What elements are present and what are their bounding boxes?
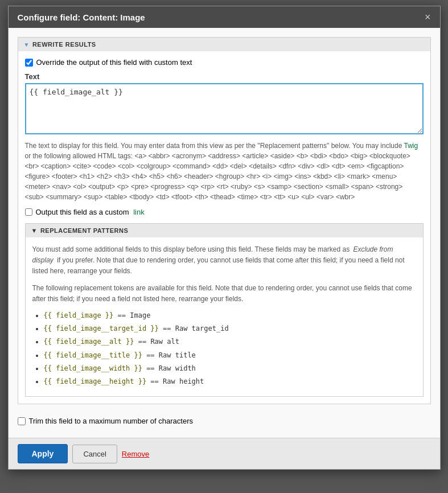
- rewrite-results-header: ▼ REWRITE RESULTS: [18, 38, 430, 51]
- replacement-patterns-header: ▼ REPLACEMENT PATTERNS: [26, 224, 423, 237]
- token-code: {{ field_image }}: [44, 311, 114, 319]
- replacement-info-2: The following replacement tokens are ava…: [32, 283, 416, 305]
- custom-link-label: Output this field as a custom link: [36, 208, 145, 216]
- list-item: {{ field_image__title }} == Raw title: [44, 350, 416, 361]
- token-label: Raw alt: [150, 338, 179, 346]
- text-textarea[interactable]: {{ field_image_alt }}: [25, 83, 424, 134]
- replacement-patterns-title: REPLACEMENT PATTERNS: [40, 227, 128, 234]
- token-code: {{ field_image__alt }}: [44, 338, 134, 346]
- modal-title: Configure field: Content: Image: [18, 13, 145, 22]
- token-label: Raw title: [159, 351, 196, 359]
- custom-link-anchor[interactable]: link: [133, 208, 145, 216]
- list-item: {{ field_image }} == Image: [44, 310, 416, 321]
- override-checkbox-label: Override the output of this field with c…: [36, 58, 192, 67]
- token-code: {{ field_image__target_id }}: [44, 324, 159, 332]
- trim-label: Trim this field to a maximum number of c…: [29, 417, 194, 425]
- token-label: Raw target_id: [175, 324, 229, 332]
- list-item: {{ field_image__alt }} == Raw alt: [44, 336, 416, 347]
- modal-header: Configure field: Content: Image ×: [9, 6, 440, 28]
- override-checkbox-row: Override the output of this field with c…: [25, 58, 424, 67]
- token-label: Raw width: [159, 364, 196, 372]
- token-label: Image: [130, 311, 150, 319]
- rewrite-results-content: Override the output of this field with c…: [18, 51, 430, 404]
- trim-row: Trim this field to a maximum number of c…: [18, 412, 431, 429]
- token-code: {{ field_image__title }}: [44, 351, 142, 359]
- close-button[interactable]: ×: [425, 12, 431, 22]
- triangle-icon: ▼: [24, 42, 30, 48]
- token-code: {{ field_image__width }}: [44, 364, 142, 372]
- rewrite-results-title: REWRITE RESULTS: [32, 41, 96, 48]
- replacement-patterns-content: You must add some additional fields to t…: [26, 237, 423, 396]
- replacement-patterns-section: ▼ REPLACEMENT PATTERNS You must add some…: [25, 223, 424, 397]
- modal-footer: Apply Cancel Remove: [9, 438, 440, 469]
- configure-field-modal: Configure field: Content: Image × ▼ REWR…: [8, 6, 441, 470]
- remove-button[interactable]: Remove: [122, 450, 149, 458]
- text-label: Text: [25, 72, 424, 81]
- help-text-1: The text to display for this field. You …: [25, 142, 402, 150]
- rewrite-results-section: ▼ REWRITE RESULTS Override the output of…: [18, 37, 431, 404]
- list-item: {{ field_image__height }} == Raw height: [44, 376, 416, 387]
- token-label: Raw height: [163, 377, 204, 385]
- twig-link[interactable]: Twig: [404, 142, 418, 150]
- modal-overlay: Configure field: Content: Image × ▼ REWR…: [0, 0, 448, 493]
- list-item: {{ field_image__target_id }} == Raw targ…: [44, 323, 416, 334]
- modal-body: ▼ REWRITE RESULTS Override the output of…: [9, 28, 440, 438]
- cancel-button[interactable]: Cancel: [72, 445, 117, 463]
- list-item: {{ field_image__width }} == Raw width: [44, 363, 416, 374]
- replacement-info-1: You must add some additional fields to t…: [32, 244, 416, 277]
- apply-button[interactable]: Apply: [18, 444, 68, 463]
- custom-link-row: Output this field as a custom link: [25, 208, 424, 216]
- token-code: {{ field_image__height }}: [44, 377, 147, 385]
- override-checkbox[interactable]: [25, 59, 33, 67]
- replacement-triangle-icon: ▼: [31, 227, 38, 234]
- trim-checkbox[interactable]: [18, 417, 26, 425]
- help-text-2: or the following allowed HTML tags: <a> …: [25, 152, 410, 201]
- token-list: {{ field_image }} == Image{{ field_image…: [32, 310, 416, 387]
- custom-link-checkbox[interactable]: [25, 208, 32, 216]
- help-text: The text to display for this field. You …: [25, 141, 424, 202]
